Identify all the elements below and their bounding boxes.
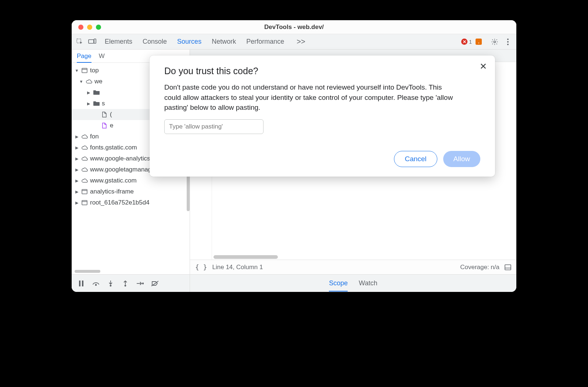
coverage-label: Coverage: n/a	[460, 264, 499, 271]
titlebar: DevTools - web.dev/	[72, 20, 516, 34]
tree-node-label: fon	[90, 133, 99, 140]
warning-badge[interactable]: . .	[476, 39, 485, 45]
tree-node-label: fonts.gstatic.com	[90, 144, 137, 151]
deactivate-breakpoints-icon[interactable]	[151, 280, 158, 287]
svg-point-3	[494, 41, 496, 43]
folder-icon	[93, 89, 100, 96]
svg-point-6	[507, 44, 509, 45]
minimize-window-button[interactable]	[87, 25, 92, 30]
pretty-print-icon[interactable]: { }	[195, 263, 207, 271]
warning-icon: .	[476, 39, 482, 45]
device-toolbar-icon[interactable]	[87, 37, 97, 47]
tree-node-label: top	[90, 67, 99, 74]
tab-performance[interactable]: Performance	[246, 38, 284, 46]
tab-console[interactable]: Console	[143, 38, 167, 46]
allow-pasting-input[interactable]	[164, 119, 263, 134]
nav-tab-workspace[interactable]: W	[99, 53, 105, 60]
dialog-title: Do you trust this code?	[164, 66, 480, 76]
caret-icon: ▶	[75, 134, 79, 139]
cancel-button[interactable]: Cancel	[394, 151, 437, 167]
caret-icon: ▶	[86, 90, 91, 95]
error-icon: ✕	[461, 39, 467, 45]
caret-icon: ▶	[75, 200, 79, 205]
nav-tab-page[interactable]: Page	[77, 53, 92, 63]
folder-icon	[93, 100, 100, 107]
frame-icon	[81, 67, 88, 74]
dialog-actions: Cancel Allow	[164, 151, 480, 167]
caret-icon: ▶	[75, 145, 79, 150]
svg-point-15	[125, 285, 126, 286]
tabs-overflow-icon[interactable]: >>	[294, 37, 307, 46]
error-count: 1	[469, 39, 472, 45]
tree-node-label: e	[110, 122, 113, 129]
svg-point-14	[110, 285, 111, 286]
cloud-icon	[81, 177, 88, 184]
devtools-window: DevTools - web.dev/ Elements Console Sou…	[72, 20, 516, 292]
caret-icon: ▶	[75, 178, 79, 183]
cloud-icon	[81, 133, 88, 140]
svg-rect-10	[505, 265, 511, 270]
sidebar-h-scrollbar[interactable]	[75, 270, 100, 273]
svg-rect-1	[89, 40, 94, 43]
tab-network[interactable]: Network	[212, 38, 236, 46]
inspect-element-icon[interactable]	[75, 37, 85, 47]
svg-rect-11	[79, 281, 80, 286]
panel-tabs: Elements Console Sources Network Perform…	[105, 37, 459, 46]
step-over-icon[interactable]	[92, 280, 100, 287]
tab-scope[interactable]: Scope	[329, 279, 348, 292]
toggle-drawer-icon[interactable]	[505, 264, 511, 270]
editor-h-scrollbar[interactable]	[214, 255, 278, 259]
svg-rect-2	[94, 39, 96, 43]
caret-icon: ▶	[86, 101, 91, 106]
tab-sources[interactable]: Sources	[177, 38, 201, 46]
tree-node[interactable]: ▶www.gstatic.com	[72, 175, 190, 186]
more-menu-icon[interactable]	[502, 36, 513, 47]
tree-node-label: www.google-analytics	[90, 155, 150, 162]
tab-watch[interactable]: Watch	[359, 279, 377, 287]
close-window-button[interactable]	[78, 25, 83, 30]
pause-icon[interactable]	[78, 280, 85, 287]
caret-icon: ▶	[75, 167, 79, 172]
tree-node-label: analytics-iframe	[90, 188, 134, 195]
frame-icon	[81, 199, 88, 206]
allow-button[interactable]: Allow	[443, 151, 480, 167]
issue-badges: ✕ 1 . .	[461, 39, 485, 45]
svg-point-13	[96, 284, 97, 285]
tree-node[interactable]: ▶root_616a752e1b5d4	[72, 197, 190, 208]
trust-code-dialog: ✕ Do you trust this code? Don't paste co…	[150, 55, 495, 177]
cloud-icon	[81, 166, 88, 173]
svg-point-16	[143, 283, 144, 284]
step-into-icon[interactable]	[107, 280, 114, 287]
step-out-icon[interactable]	[122, 280, 129, 287]
settings-icon[interactable]	[489, 36, 500, 47]
tree-node-label: www.gstatic.com	[90, 177, 137, 184]
zoom-window-button[interactable]	[96, 25, 101, 30]
svg-point-5	[507, 41, 509, 43]
editor-statusbar: { } Line 14, Column 1 Coverage: n/a	[190, 260, 516, 274]
dialog-body: Don't paste code you do not understand o…	[164, 82, 458, 113]
tree-node-label: (	[110, 111, 112, 118]
cloud-icon	[81, 155, 88, 162]
tree-node-label: we	[94, 78, 103, 85]
svg-rect-12	[82, 281, 83, 286]
frame-icon	[81, 188, 88, 195]
tree-node[interactable]: ▶analytics-iframe	[72, 186, 190, 197]
dialog-close-icon[interactable]: ✕	[480, 62, 487, 71]
svg-point-4	[507, 39, 509, 40]
cloud-icon	[81, 144, 88, 151]
tab-elements[interactable]: Elements	[105, 38, 132, 46]
svg-rect-7	[82, 68, 87, 73]
caret-icon: ▼	[75, 68, 79, 73]
svg-rect-8	[82, 189, 87, 194]
svg-rect-9	[82, 200, 87, 205]
caret-icon: ▼	[79, 79, 83, 84]
error-badge[interactable]: ✕ 1	[461, 39, 472, 45]
file-purple-icon	[101, 122, 108, 129]
cloud-icon	[86, 78, 92, 85]
cursor-position: Line 14, Column 1	[212, 264, 263, 271]
window-controls	[72, 25, 101, 30]
caret-icon: ▶	[75, 156, 79, 161]
step-icon[interactable]	[136, 280, 144, 287]
debugger-footer: Scope Watch	[72, 274, 516, 292]
caret-icon: ▶	[75, 189, 79, 194]
